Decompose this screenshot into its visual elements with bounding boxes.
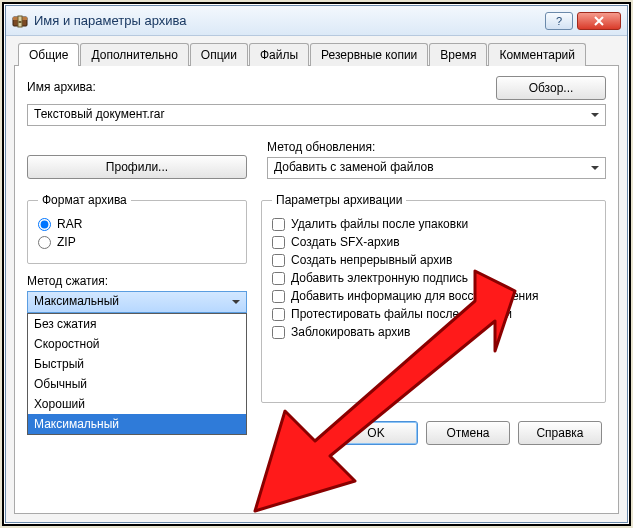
compression-option-good[interactable]: Хороший (28, 394, 246, 414)
param-sfx[interactable]: Создать SFX-архив (272, 235, 595, 249)
profiles-button[interactable]: Профили... (27, 155, 247, 179)
cancel-button[interactable]: Отмена (426, 421, 510, 445)
compression-value: Максимальный (34, 294, 119, 308)
app-icon (12, 13, 28, 29)
compression-select[interactable]: Максимальный (27, 291, 247, 313)
params-legend: Параметры архивации (272, 193, 406, 207)
compression-option-fast[interactable]: Быстрый (28, 354, 246, 374)
ok-button[interactable]: OK (334, 421, 418, 445)
tab-time[interactable]: Время (429, 43, 487, 66)
param-recovery[interactable]: Добавить информацию для восстановления (272, 289, 595, 303)
close-button[interactable] (577, 12, 621, 30)
update-method-select[interactable]: Добавить с заменой файлов (267, 157, 606, 179)
format-group: Формат архива RAR ZIP (27, 193, 247, 264)
browse-button[interactable]: Обзор... (496, 76, 606, 100)
format-zip[interactable]: ZIP (38, 235, 236, 249)
param-test[interactable]: Протестировать файлы после упаковки (272, 307, 595, 321)
format-zip-radio[interactable] (38, 236, 51, 249)
param-delete-after[interactable]: Удалить файлы после упаковки (272, 217, 595, 231)
update-method-label: Метод обновления: (267, 140, 606, 154)
compression-option-best[interactable]: Максимальный (28, 414, 246, 434)
param-solid[interactable]: Создать непрерывный архив (272, 253, 595, 267)
param-sign[interactable]: Добавить электронную подпись (272, 271, 595, 285)
tabstrip: Общие Дополнительно Опции Файлы Резервны… (18, 43, 619, 66)
help-footer-button[interactable]: Справка (518, 421, 602, 445)
compression-label: Метод сжатия: (27, 274, 247, 288)
tab-backup[interactable]: Резервные копии (310, 43, 428, 66)
update-method-value: Добавить с заменой файлов (274, 160, 434, 174)
tab-general[interactable]: Общие (18, 43, 79, 66)
svg-rect-3 (19, 21, 22, 23)
archive-name-input[interactable]: Текстовый документ.rar (27, 104, 606, 126)
format-rar[interactable]: RAR (38, 217, 236, 231)
tab-options[interactable]: Опции (190, 43, 248, 66)
param-lock[interactable]: Заблокировать архив (272, 325, 595, 339)
tab-files[interactable]: Файлы (249, 43, 309, 66)
compression-option-none[interactable]: Без сжатия (28, 314, 246, 334)
titlebar: Имя и параметры архива ? (6, 6, 627, 36)
tab-panel-general: Имя архива: Обзор... Текстовый документ.… (14, 65, 619, 514)
help-button[interactable]: ? (545, 12, 573, 30)
format-rar-radio[interactable] (38, 218, 51, 231)
tab-advanced[interactable]: Дополнительно (80, 43, 188, 66)
compression-option-fastest[interactable]: Скоростной (28, 334, 246, 354)
archive-name-label: Имя архива: (27, 80, 96, 94)
format-legend: Формат архива (38, 193, 131, 207)
params-group: Параметры архивации Удалить файлы после … (261, 193, 606, 403)
compression-option-normal[interactable]: Обычный (28, 374, 246, 394)
compression-dropdown: Без сжатия Скоростной Быстрый Обычный Хо… (27, 313, 247, 435)
archive-name-value: Текстовый документ.rar (34, 107, 164, 121)
window-title: Имя и параметры архива (34, 13, 545, 28)
tab-comment[interactable]: Комментарий (488, 43, 586, 66)
svg-text:?: ? (556, 15, 562, 27)
